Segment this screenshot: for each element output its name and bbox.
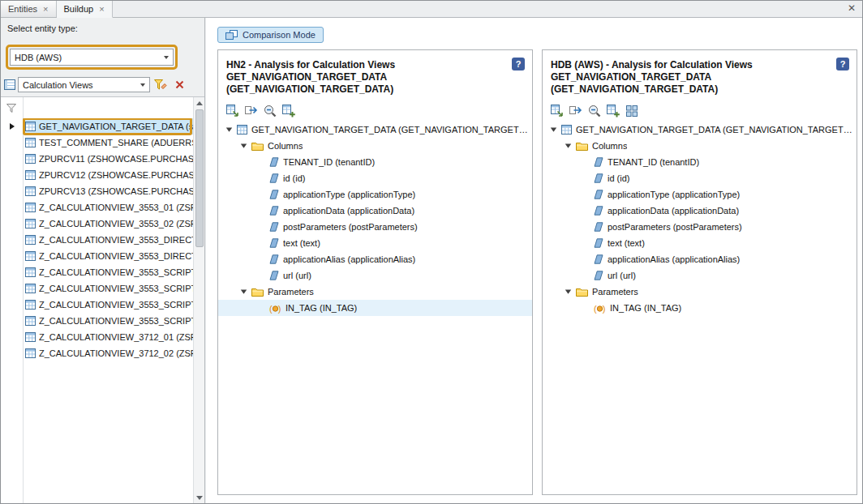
column-icon	[594, 238, 603, 248]
entity-label: Z_CALCULATIONVIEW_3553_SCRIPT	[39, 267, 193, 277]
right-panel-tree: GET_NAVIGATION_TARGET_DATA (GET_NAVIGATI…	[543, 122, 857, 316]
zoom-out-icon[interactable]	[588, 105, 601, 117]
svg-text:): )	[278, 303, 281, 313]
tree-root-node[interactable]: GET_NAVIGATION_TARGET_DATA (GET_NAVIGATI…	[218, 122, 532, 138]
view-type-dropdown[interactable]: Calculation Views	[18, 77, 150, 92]
tree-item[interactable]: id (id)	[218, 170, 532, 186]
tree-node-label: Parameters	[268, 287, 314, 297]
tree-item[interactable]: TENANT_ID (tenantID)	[543, 154, 857, 170]
tree-item[interactable]: applicationData (applicationData)	[218, 203, 532, 219]
column-icon	[594, 254, 603, 264]
entity-list-item[interactable]: Z_CALCULATIONVIEW_3553_SCRIPT	[1, 313, 193, 329]
entity-list-item[interactable]: Z_CALCULATIONVIEW_3553_SCRIPT	[1, 297, 193, 313]
entity-label: Z_CALCULATIONVIEW_3553_02 (ZSF	[39, 219, 193, 229]
column-icon	[269, 190, 279, 199]
entity-list-item[interactable]: Z_CALCULATIONVIEW_3712_01 (ZSF	[1, 329, 193, 345]
tree-item[interactable]: TENANT_ID (tenantID)	[218, 154, 532, 170]
entity-list-item[interactable]: Z_CALCULATIONVIEW_3553_DIRECT	[1, 248, 193, 264]
scrollbar-thumb[interactable]	[195, 109, 204, 247]
entity-label: Z_CALCULATIONVIEW_3553_SCRIPT	[39, 316, 193, 326]
add-table-icon[interactable]	[607, 105, 620, 117]
tree-folder-parameters[interactable]: Parameters	[218, 284, 532, 300]
grid-view-icon[interactable]	[625, 105, 638, 117]
entity-list-item[interactable]: Z_CALCULATIONVIEW_3553_SCRIPT	[1, 280, 193, 297]
app-window: Entities × Buildup × ✕ Select entity typ…	[0, 0, 863, 504]
entity-list-item[interactable]: TEST_COMMENT_SHARE (ADUERRST	[1, 135, 193, 151]
tree-folder-parameters[interactable]: Parameters	[543, 284, 857, 300]
export-data-icon[interactable]	[226, 105, 239, 117]
entity-list-item[interactable]: Z_CALCULATIONVIEW_3712_02 (ZSF	[1, 345, 193, 361]
tree-node-label: applicationData (applicationData)	[283, 206, 414, 216]
tree-item[interactable]: applicationType (applicationType)	[218, 186, 532, 203]
tree-item[interactable]: applicationAlias (applicationAlias)	[218, 251, 532, 267]
comparison-mode-button[interactable]: Comparison Mode	[217, 27, 324, 43]
expand-arrow-icon[interactable]	[225, 126, 233, 133]
tree-folder-columns[interactable]: Columns	[543, 138, 857, 154]
expand-arrow-icon[interactable]	[565, 288, 572, 295]
scrollbar[interactable]	[193, 97, 204, 503]
folder-icon	[576, 141, 588, 151]
copy-data-icon[interactable]	[569, 105, 582, 117]
parameter-icon: ()	[594, 303, 606, 314]
panel-title-line: (GET_NAVIGATION_TARGET_DATA)	[551, 83, 829, 96]
tree-root-node[interactable]: GET_NAVIGATION_TARGET_DATA (GET_NAVIGATI…	[543, 122, 857, 138]
add-table-icon[interactable]	[282, 105, 295, 117]
expand-arrow-icon[interactable]	[565, 143, 572, 149]
tab-buildup[interactable]: Buildup ×	[57, 1, 113, 18]
filter-row[interactable]	[1, 97, 204, 118]
close-icon[interactable]: ×	[99, 5, 104, 14]
tree-item[interactable]: url (url)	[218, 267, 532, 284]
view-type-row: Calculation Views	[4, 77, 204, 92]
entity-type-dropdown[interactable]: HDB (AWS)	[10, 49, 174, 66]
tree-item[interactable]: ()IN_TAG (IN_TAG)	[543, 300, 857, 316]
tree-node-label: url (url)	[283, 271, 311, 280]
calculation-view-icon	[25, 186, 36, 196]
entity-list-item[interactable]: ZPURCV11 (ZSHOWCASE.PURCHASIN	[1, 151, 193, 167]
tree-node-label: Parameters	[592, 287, 638, 297]
entity-list-item[interactable]: Z_CALCULATIONVIEW_3553_02 (ZSF	[1, 216, 193, 232]
tree-item[interactable]: postParameters (postParameters)	[543, 219, 857, 235]
expand-arrow-icon[interactable]	[240, 288, 247, 295]
tree-node-label: TENANT_ID (tenantID)	[608, 157, 699, 167]
tree-folder-columns[interactable]: Columns	[218, 138, 532, 154]
calculation-view-icon	[25, 316, 36, 326]
scroll-down-icon[interactable]	[194, 492, 204, 503]
entity-label: ZPURCV12 (ZSHOWCASE.PURCHASIN	[39, 170, 193, 180]
copy-data-icon[interactable]	[245, 105, 258, 117]
row-gutter	[1, 123, 23, 130]
entity-list-item[interactable]: ZPURCV12 (ZSHOWCASE.PURCHASIN	[1, 167, 193, 183]
entity-list-item[interactable]: Z_CALCULATIONVIEW_3553_01 (ZSF	[1, 199, 193, 216]
entity-list-container: GET_NAVIGATION_TARGET_DATA (sTEST_COMMEN…	[1, 96, 204, 503]
calculation-view-icon	[25, 300, 36, 310]
calculation-view-icon	[25, 219, 36, 229]
tree-item[interactable]: text (text)	[218, 235, 532, 251]
tree-item[interactable]: ()IN_TAG (IN_TAG)	[218, 300, 532, 316]
expand-arrow-icon[interactable]	[240, 143, 247, 149]
tree-item[interactable]: text (text)	[543, 235, 857, 251]
export-data-icon[interactable]	[551, 105, 564, 117]
expand-arrow-icon[interactable]	[550, 126, 557, 133]
scroll-up-icon[interactable]	[194, 97, 204, 109]
sidebar-title: Select entity type:	[1, 18, 204, 33]
entity-list-item[interactable]: Z_CALCULATIONVIEW_3553_SCRIPT	[1, 264, 193, 280]
tab-entities[interactable]: Entities ×	[1, 1, 57, 17]
close-icon[interactable]: ✕	[848, 3, 856, 13]
help-icon[interactable]: ?	[512, 58, 525, 70]
tree-item[interactable]: postParameters (postParameters)	[218, 219, 532, 235]
close-icon[interactable]: ×	[43, 5, 48, 14]
main-area: Comparison Mode ? HN2 - Analysis for Cal…	[206, 18, 862, 503]
clear-filter-icon[interactable]	[171, 77, 187, 92]
panel-title-line: HDB (AWS) - Analysis for Calculation Vie…	[551, 59, 829, 71]
tree-item[interactable]: url (url)	[543, 267, 857, 284]
entity-list-item[interactable]: GET_NAVIGATION_TARGET_DATA (s	[1, 118, 193, 135]
help-icon[interactable]: ?	[836, 58, 849, 70]
filter-edit-icon[interactable]	[152, 77, 169, 92]
entity-label: ZPURCV13 (ZSHOWCASE.PURCHASIN	[39, 186, 193, 196]
tree-item[interactable]: id (id)	[543, 170, 857, 186]
zoom-out-icon[interactable]	[264, 105, 277, 117]
tree-item[interactable]: applicationType (applicationType)	[543, 186, 857, 203]
entity-list-item[interactable]: Z_CALCULATIONVIEW_3553_DIRECT	[1, 232, 193, 248]
entity-list-item[interactable]: ZPURCV13 (ZSHOWCASE.PURCHASIN	[1, 183, 193, 199]
tree-item[interactable]: applicationAlias (applicationAlias)	[543, 251, 857, 267]
tree-item[interactable]: applicationData (applicationData)	[543, 203, 857, 219]
